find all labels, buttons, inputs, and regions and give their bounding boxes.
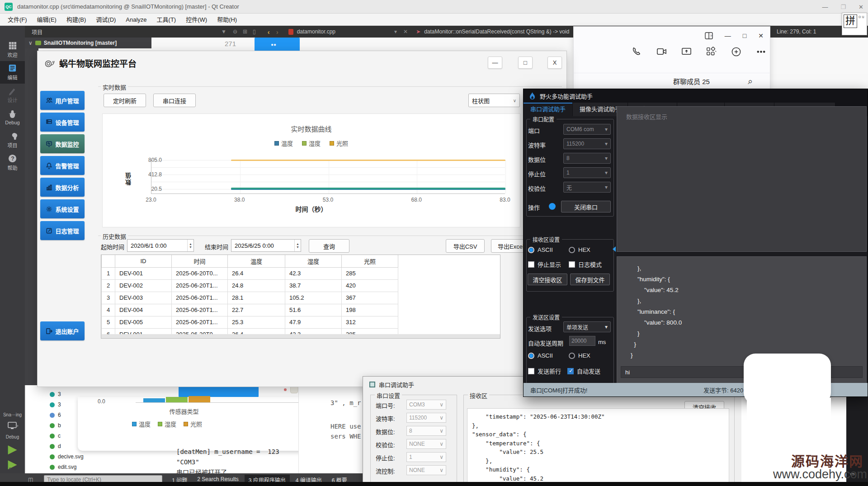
menu-item[interactable]: 工具(T) (152, 14, 181, 26)
qt-maximize-button[interactable]: ❐ (840, 4, 846, 10)
end-time-spinner[interactable]: ▲▼ (294, 240, 301, 251)
iot-minimize-button[interactable]: — (488, 57, 502, 69)
start-time-spinner[interactable]: ▲▼ (187, 240, 193, 251)
apps-grid-icon[interactable] (706, 47, 717, 57)
debug-run-button[interactable]: ▶● (8, 458, 17, 469)
table-row[interactable]: 5DEV-0052025-06-20T1...25.347.9312 (102, 316, 398, 328)
save-to-file-button[interactable]: 保存到文件 (570, 274, 610, 285)
open-file-tab[interactable]: datamonitor.cpp (297, 28, 335, 35)
end-time-input[interactable] (231, 239, 301, 252)
receive-display-area[interactable]: 数据接收区显示 (617, 106, 867, 252)
recv-ascii-radio[interactable]: ASCII (528, 246, 553, 253)
sidebar-item-3[interactable]: 数据监控 (40, 134, 85, 153)
menu-item[interactable]: 控件(W) (181, 14, 212, 26)
send-newline-checkbox[interactable]: 发送新行 (528, 367, 561, 375)
menu-item[interactable]: 编辑(E) (32, 14, 61, 26)
splitter-handle[interactable] (613, 246, 616, 252)
qt-minimize-button[interactable]: — (822, 4, 828, 10)
send-option-select[interactable]: 单项发送▾ (563, 321, 611, 332)
file-list-item[interactable]: decive.svg (50, 452, 84, 461)
serial-setting-select[interactable]: COM3∨ (406, 400, 446, 410)
split-icon[interactable]: ⊞ (243, 28, 247, 35)
clear-receive-button[interactable]: 清空接收区 (528, 274, 567, 285)
stop-display-checkbox[interactable]: 停止显示 (528, 260, 561, 269)
file-list-item[interactable]: 3 (50, 390, 61, 399)
screen-share-icon[interactable] (681, 47, 692, 57)
timed-refresh-button[interactable]: 定时刷新 (104, 94, 146, 107)
panel-icon[interactable]: ▯ (253, 28, 256, 35)
start-time-input[interactable] (127, 239, 194, 252)
logout-button[interactable]: 退出账户 (40, 321, 85, 340)
group-members-label[interactable]: 群聊成员 25 (673, 76, 710, 86)
kit-monitor-icon[interactable] (7, 421, 18, 430)
sidebar-item-7[interactable]: 日志管理 (40, 221, 85, 240)
sidebar-item-4[interactable]: 告警管理 (40, 156, 85, 175)
fire-config-select[interactable]: 8▾ (563, 153, 611, 164)
serial-connect-button[interactable]: 串口连接 (153, 94, 196, 107)
serial-setting-select[interactable]: 1∨ (406, 452, 446, 462)
fire-config-select[interactable]: COM6 com▾ (563, 124, 611, 135)
ime-indicator[interactable]: 拼 o u (842, 13, 867, 35)
send-ascii-radio[interactable]: ASCII (528, 352, 553, 359)
rail-item-help[interactable]: ?帮助 (0, 151, 25, 174)
tree-chevron-icon[interactable]: ∨ (28, 40, 33, 46)
iot-close-button[interactable]: X (547, 57, 562, 69)
table-header-cell[interactable]: 温度 (228, 255, 285, 267)
file-list-item[interactable]: d (50, 442, 61, 451)
file-list-item[interactable]: b (50, 421, 61, 430)
recv-hex-radio[interactable]: HEX (569, 246, 590, 253)
chat-maximize-button[interactable]: □ (743, 32, 746, 39)
table-row[interactable]: 2DEV-0022025-06-20T1...24.838.7420 (102, 279, 398, 292)
symbol-combobox[interactable]: dataMonitor::onSerialDataReceived(const … (424, 28, 569, 35)
table-header-cell[interactable]: 湿度 (285, 255, 342, 267)
file-list-item[interactable]: edit.svg (50, 462, 76, 472)
table-header-cell[interactable]: 时间 (172, 255, 228, 267)
qt-close-button[interactable]: ✕ (859, 4, 863, 10)
history-table[interactable]: ID时间温度湿度光照1DEV-0012025-06-20T0...26.442.… (101, 255, 500, 339)
iot-maximize-button[interactable]: □ (518, 57, 533, 69)
serial-receive-area[interactable]: "timestamp": "2025-06-23T14:30:00Z" }, "… (467, 408, 729, 486)
file-list-item[interactable]: c (50, 431, 61, 440)
more-ellipsis-icon[interactable] (756, 47, 766, 57)
fire-tab[interactable]: 串口调试助手 (524, 103, 573, 116)
table-row[interactable]: 3DEV-0032025-06-20T1...28.1105.2367 (102, 292, 398, 304)
sidebar-item-6[interactable]: 系统设置 (40, 199, 85, 218)
file-tab-dropdown-icon[interactable]: ▾ (394, 28, 397, 35)
rail-item-debug[interactable]: Debug (0, 106, 25, 129)
chat-close-button[interactable]: ✕ (758, 32, 764, 39)
kit-selector-label[interactable]: Sna⋯ing (3, 412, 22, 417)
sidebar-item-1[interactable]: 用户管理 (40, 91, 85, 110)
serial-setting-select[interactable]: 115200∨ (406, 413, 446, 423)
rail-item-design[interactable]: 设计 (0, 84, 25, 106)
search-icon[interactable]: ⌕ (748, 76, 753, 86)
file-list-item[interactable]: 6 (50, 411, 61, 420)
serial-setting-select[interactable]: NONE∨ (406, 465, 446, 475)
voice-call-icon[interactable] (632, 47, 642, 57)
log-mode-checkbox[interactable]: 日志模式 (569, 260, 602, 269)
query-button[interactable]: 查询 (309, 239, 349, 253)
sidebar-item-5[interactable]: 数据分析 (40, 178, 85, 197)
chat-minimize-button[interactable]: — (725, 32, 731, 39)
forward-icon[interactable]: › (276, 28, 278, 36)
rail-item-edit[interactable]: 编辑 (0, 61, 25, 84)
table-scrollbar[interactable] (101, 334, 500, 338)
run-button[interactable]: ▶ (8, 444, 17, 454)
menu-item[interactable]: 帮助(H) (212, 14, 242, 26)
serial-setting-select[interactable]: NONE∨ (406, 439, 446, 449)
back-icon[interactable]: ‹ (268, 28, 270, 36)
project-tree-root[interactable]: ∨ SnailIOTMonitoring [master] (25, 38, 151, 48)
menu-item[interactable]: Analyze (121, 14, 151, 26)
auto-send-period-input[interactable] (569, 336, 595, 346)
table-header-cell[interactable]: 光照 (342, 255, 398, 267)
file-list-item[interactable]: 3 (50, 400, 61, 409)
fire-config-select[interactable]: 1▾ (563, 167, 611, 178)
sidebar-toggle-icon[interactable]: ? (705, 32, 713, 39)
video-call-icon[interactable] (656, 47, 667, 57)
table-row[interactable]: 4DEV-0042025-06-20T1...22.751.6198 (102, 304, 398, 316)
file-tab-close-icon[interactable]: ✕ (403, 28, 408, 35)
table-row[interactable]: 1DEV-0012025-06-20T0...26.442.3285 (102, 267, 398, 279)
menu-item[interactable]: 文件(F) (3, 14, 32, 26)
fire-config-select[interactable]: 无▾ (563, 182, 611, 193)
table-header-cell[interactable]: ID (115, 255, 172, 267)
menu-item[interactable]: 调试(D) (91, 14, 121, 26)
